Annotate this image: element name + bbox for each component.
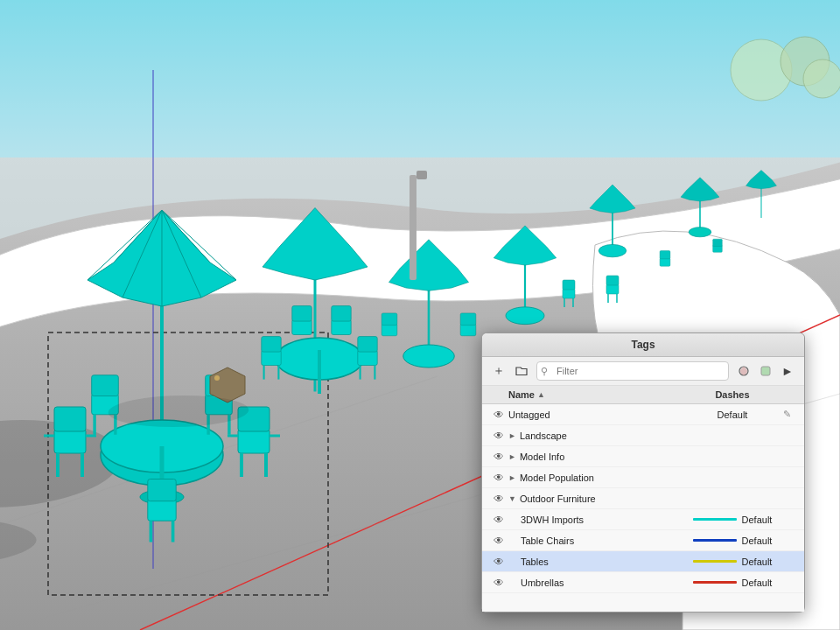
color-swatch-3dwh — [693, 518, 737, 521]
svg-rect-54 — [358, 337, 377, 353]
svg-rect-92 — [416, 171, 427, 179]
svg-rect-66 — [460, 324, 476, 336]
svg-rect-88 — [660, 251, 670, 259]
tag-row-tables[interactable]: 👁 Tables Default — [482, 551, 804, 572]
svg-rect-50 — [262, 337, 281, 353]
tag-row-model-info[interactable]: 👁 ► Model Info — [482, 446, 804, 467]
tag-name-outdoor-furniture: ▼ Outdoor Furniture — [508, 494, 689, 504]
tag-row-table-chairs[interactable]: 👁 Table Chairs Default — [482, 530, 804, 551]
dash-label-untagged: Default — [689, 410, 776, 420]
svg-rect-99 — [761, 367, 770, 375]
svg-point-96 — [0, 516, 48, 569]
color-swatch-tables — [693, 560, 737, 563]
visibility-icon-outdoor-furniture[interactable]: 👁 — [489, 493, 508, 505]
svg-rect-57 — [292, 319, 312, 335]
tag-name-untagged: Untagged — [508, 410, 689, 420]
visibility-icon-tables[interactable]: 👁 — [489, 556, 508, 568]
svg-rect-19 — [54, 429, 86, 453]
visibility-icon-umbrellas[interactable]: 👁 — [489, 577, 508, 589]
svg-rect-65 — [382, 313, 397, 326]
tag-name-umbrellas: Umbrellas — [508, 578, 689, 588]
expand-arrow-model-population[interactable]: ► — [508, 473, 516, 482]
svg-rect-58 — [292, 306, 312, 322]
svg-rect-90 — [713, 239, 723, 246]
dash-label-tables: Default — [689, 556, 776, 567]
visibility-icon-model-population[interactable]: 👁 — [489, 472, 508, 484]
tag-row-landscape[interactable]: 👁 ► Landscape — [482, 425, 804, 446]
visibility-icon-3dwh-imports[interactable]: 👁 — [489, 514, 508, 526]
tag-name-3dwh-imports: 3DWH Imports — [508, 514, 689, 525]
header-name[interactable]: Name ▲ — [508, 389, 689, 400]
tags-list[interactable]: 👁 Untagged Default ✎ 👁 ► Landscape — [482, 404, 804, 612]
svg-rect-60 — [332, 306, 351, 322]
svg-point-76 — [689, 228, 711, 237]
svg-point-70 — [506, 307, 544, 325]
svg-rect-84 — [606, 276, 619, 285]
svg-point-95 — [803, 60, 840, 98]
svg-rect-79 — [563, 289, 575, 298]
tag-row-3dwh-imports[interactable]: 👁 3DWH Imports Default — [482, 509, 804, 530]
svg-point-63 — [403, 345, 455, 368]
svg-rect-40 — [148, 480, 176, 501]
fill-button[interactable] — [756, 361, 775, 381]
visibility-icon-untagged[interactable]: 👁 — [489, 409, 508, 421]
filter-input[interactable] — [536, 361, 729, 381]
tag-name-table-chairs: Table Chairs — [508, 536, 689, 546]
tag-row-untagged[interactable]: 👁 Untagged Default ✎ — [482, 404, 804, 425]
svg-rect-87 — [660, 258, 670, 266]
svg-rect-25 — [238, 429, 270, 453]
svg-rect-64 — [382, 324, 397, 336]
color-swatch-umbrellas — [693, 581, 737, 584]
tags-table-header: Name ▲ Dashes — [482, 386, 804, 404]
filter-input-wrap: ⚲ — [536, 361, 729, 381]
tags-panel-title: Tags — [482, 333, 804, 357]
3d-viewport[interactable]: Tags ＋ ⚲ — [0, 0, 840, 630]
add-tag-button[interactable]: ＋ — [489, 361, 508, 381]
add-folder-button[interactable] — [512, 361, 531, 381]
tag-name-model-info: ► Model Info — [508, 452, 689, 462]
dash-label-table-chairs: Default — [689, 536, 776, 546]
svg-rect-53 — [358, 350, 377, 366]
tags-toolbar: ＋ ⚲ — [482, 357, 804, 386]
tag-name-model-population: ► Model Population — [508, 472, 689, 483]
tag-row-umbrellas[interactable]: 👁 Umbrellas Default — [482, 572, 804, 593]
svg-rect-32 — [92, 375, 119, 396]
svg-point-97 — [102, 396, 254, 427]
svg-rect-49 — [262, 350, 281, 366]
edit-icon-untagged[interactable]: ✎ — [776, 409, 797, 420]
tag-name-landscape: ► Landscape — [508, 430, 689, 441]
tag-name-tables: Tables — [508, 556, 689, 567]
dash-label-3dwh-imports: Default — [689, 514, 776, 525]
arrow-button[interactable]: ► — [778, 361, 797, 381]
visibility-icon-landscape[interactable]: 👁 — [489, 430, 508, 442]
svg-rect-39 — [148, 499, 176, 521]
svg-rect-83 — [606, 284, 619, 294]
color-button[interactable] — [734, 361, 753, 381]
expand-arrow-outdoor-furniture[interactable]: ▼ — [508, 494, 516, 503]
header-dashes: Dashes — [689, 389, 776, 400]
svg-rect-91 — [410, 175, 416, 280]
tags-panel: Tags ＋ ⚲ — [481, 332, 805, 612]
visibility-icon-table-chairs[interactable]: 👁 — [489, 535, 508, 547]
svg-rect-80 — [563, 280, 575, 290]
svg-point-73 — [598, 244, 626, 256]
expand-arrow-landscape[interactable]: ► — [508, 431, 516, 440]
svg-rect-67 — [460, 313, 476, 326]
svg-point-44 — [214, 375, 220, 381]
dash-label-umbrellas: Default — [689, 578, 776, 588]
svg-rect-59 — [332, 319, 351, 335]
svg-rect-20 — [54, 407, 86, 431]
visibility-icon-model-info[interactable]: 👁 — [489, 451, 508, 463]
toolbar-right-icons: ► — [734, 361, 797, 381]
sort-arrow-icon: ▲ — [537, 390, 545, 399]
tag-row-outdoor-furniture[interactable]: 👁 ▼ Outdoor Furniture — [482, 488, 804, 509]
expand-arrow-model-info[interactable]: ► — [508, 452, 516, 461]
color-swatch-table-chairs — [693, 539, 737, 542]
tag-row-model-population[interactable]: 👁 ► Model Population — [482, 467, 804, 488]
